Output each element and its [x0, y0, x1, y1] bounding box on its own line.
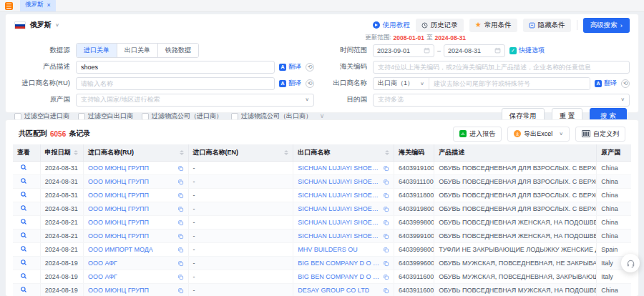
tutorial-link[interactable]: 使用教程 — [373, 21, 410, 30]
copy-icon[interactable] — [177, 192, 184, 199]
translate-icon: A — [279, 80, 286, 87]
importer-link[interactable]: ООО АФГ — [88, 273, 117, 280]
data-source-tabs: 进口关单 出口关单 铁路数据 — [76, 43, 199, 58]
product-desc-input[interactable] — [76, 61, 275, 74]
tab-export-declarations[interactable]: 出口关单 — [117, 44, 158, 57]
collapse-search-panel-icon[interactable]: ∨ — [320, 112, 325, 119]
view-magnifier-icon[interactable] — [17, 272, 27, 280]
copy-icon[interactable] — [383, 206, 389, 212]
exporter-link[interactable]: SICHUAN LUJIAYI SHOES CO LTD — [298, 164, 380, 172]
table-row: 2024-08-31 ООО МЮНЦ ГРУПП - SICHUAN LUJI… — [13, 202, 631, 216]
importer-input[interactable] — [76, 77, 275, 90]
cell-product-desc: ОБУВЬ ПОВСЕДНЕВНАЯ ЖЕНСКАЯ, НА ПОДОШВЕ И… — [434, 230, 597, 243]
copy-icon[interactable] — [383, 192, 389, 199]
exporter-link[interactable]: SICHUAN LUJIAYI SHOES CO LTD — [298, 219, 380, 226]
cell-importer-en: - — [188, 284, 293, 296]
tab-import-declarations[interactable]: 进口关单 — [77, 44, 117, 57]
exporter-link[interactable]: SICHUAN LUJIAYI SHOES CO LTD — [298, 232, 380, 240]
cell-product-desc: ОБУВЬ ПОВСЕДНЕВНАЯ ЖЕНСКАЯ, НА ПОДОШВЕ И… — [434, 216, 597, 230]
cell-product-desc: ОБУВЬ ПОВСЕДНЕВНАЯ МУЖСКАЯ, НА ПОДОШВЕ И… — [434, 284, 597, 296]
importer-link[interactable]: ООО МЮНЦ ГРУПП — [88, 219, 149, 226]
advanced-search-button[interactable]: 高级搜索 › — [583, 18, 630, 33]
exporter-select[interactable]: 出口商（1） ∨ — [374, 78, 429, 89]
view-magnifier-icon[interactable] — [17, 232, 27, 239]
date-end-input[interactable]: 2024-08-31 — [444, 44, 505, 57]
exporter-link[interactable]: SICHUAN LUJIAYI SHOES CO LTD — [298, 192, 380, 199]
tab-russia[interactable]: 俄罗斯 × — [20, 0, 56, 11]
exporter-link[interactable]: BIG BEN COMPANY D O O FROM BEST T — [298, 260, 380, 267]
sort-icon[interactable] — [180, 150, 184, 155]
exporter-link[interactable]: SICHUAN LUJIAYI SHOES CO LTD — [298, 178, 380, 185]
copy-icon[interactable] — [177, 247, 184, 253]
copy-icon[interactable] — [177, 287, 184, 294]
translate-link[interactable]: A 翻译 — [279, 79, 301, 88]
date-start-input[interactable]: 2023-09-01 — [373, 44, 434, 57]
copy-icon[interactable] — [177, 274, 184, 280]
chevron-down-icon[interactable]: ∨ — [55, 22, 59, 27]
view-magnifier-icon[interactable] — [17, 191, 27, 198]
view-magnifier-icon[interactable] — [17, 204, 27, 212]
origin-country-select[interactable]: 支持输入国家/地区进行检索 ∨ — [76, 94, 314, 107]
importer-link[interactable]: ООО АФГ — [88, 260, 117, 267]
exporter-link[interactable]: DESAY GROUP CO LTD — [298, 287, 369, 294]
importer-link[interactable]: ООО МЮНЦ ГРУПП — [88, 205, 149, 212]
importer-link[interactable]: ООО МЮНЦ ГРУПП — [88, 164, 149, 172]
export-excel-button[interactable]: 导出Excel ∨ — [507, 127, 570, 142]
favorites-button[interactable]: ★ 常用条件 — [469, 19, 517, 32]
sort-icon[interactable] — [385, 150, 389, 155]
close-icon[interactable]: × — [47, 2, 51, 8]
copy-icon[interactable] — [383, 233, 389, 240]
copy-icon[interactable] — [177, 219, 184, 226]
view-magnifier-icon[interactable] — [17, 218, 27, 225]
history-refresh-icon[interactable]: ⟲ — [306, 79, 314, 88]
quick-options-link[interactable]: ✓ 快捷选项 — [509, 46, 545, 55]
cell-hs-code: 6403999800 — [394, 243, 434, 257]
sort-icon[interactable] — [74, 150, 78, 155]
enter-report-button[interactable]: 进入报告 — [453, 127, 502, 142]
copy-icon[interactable] — [383, 219, 389, 226]
tab-rail-data[interactable]: 铁路数据 — [158, 44, 198, 57]
copy-icon[interactable] — [383, 287, 389, 294]
copy-icon[interactable] — [383, 179, 389, 185]
view-magnifier-icon[interactable] — [17, 259, 27, 266]
copy-icon[interactable] — [177, 260, 184, 267]
copy-icon[interactable] — [177, 206, 184, 212]
hide-conditions-button[interactable]: 隐藏条件 — [523, 19, 571, 32]
view-magnifier-icon[interactable] — [17, 286, 27, 293]
cell-date: 2024-08-31 — [40, 189, 83, 202]
exporter-link[interactable]: SICHUAN LUJIAYI SHOES CO LTD — [298, 205, 380, 212]
report-icon — [459, 130, 467, 137]
importer-link[interactable]: ООО МЮНЦ ГРУПП — [88, 192, 149, 199]
table-header-row: 查看 申报日期 进口商名称(RU) 进口商名称(EN) 出口商名称 海关编码 产… — [13, 144, 631, 162]
copy-icon[interactable] — [177, 165, 184, 172]
translate-link[interactable]: A 翻译 — [279, 62, 301, 71]
exporter-link[interactable]: MHV BUILDERS OU — [298, 246, 358, 253]
copy-icon[interactable] — [177, 179, 184, 185]
importer-link[interactable]: ООО МЮНЦ ГРУПП — [88, 232, 149, 240]
customize-columns-button[interactable]: 自定义列 — [575, 127, 625, 142]
copy-icon[interactable] — [383, 274, 389, 280]
history-button[interactable]: 历史记录 — [416, 19, 464, 32]
app-menu-icon[interactable] — [5, 2, 13, 10]
exporter-input[interactable] — [429, 78, 590, 89]
copy-icon[interactable] — [383, 247, 389, 253]
view-magnifier-icon[interactable] — [17, 164, 27, 171]
history-refresh-icon[interactable]: ⟲ — [306, 63, 314, 71]
view-magnifier-icon[interactable] — [17, 245, 27, 252]
history-refresh-icon[interactable]: ⟲ — [621, 79, 630, 88]
sort-icon[interactable] — [284, 150, 288, 155]
view-magnifier-icon[interactable] — [17, 177, 27, 184]
hs-code-input[interactable] — [373, 61, 630, 74]
copy-icon[interactable] — [383, 165, 389, 172]
top-tab-strip: 俄罗斯 × — [0, 0, 644, 12]
importer-link[interactable]: ООО МЮНЦ ГРУПП — [88, 178, 149, 185]
copy-icon[interactable] — [383, 260, 389, 267]
destination-country-select[interactable]: 支持多选 ∨ — [373, 94, 630, 107]
importer-link[interactable]: ООО ИМПОРТ МОДА — [88, 246, 153, 253]
importer-link[interactable]: ООО МЮНЦ ГРУПП — [88, 287, 149, 294]
support-headset-button[interactable] — [621, 254, 640, 272]
translate-link[interactable]: A 翻译 — [595, 79, 617, 88]
copy-icon[interactable] — [177, 233, 184, 240]
cell-product-desc: ТУФЛИ НЕ ЗАКРЫВАЮЩИЕ ЛОДЫЖКУ ЖЕНСКИЕ ДЛЯ… — [434, 243, 597, 257]
exporter-link[interactable]: BIG BEN COMPANY D O O FROM BEST T — [298, 273, 380, 280]
